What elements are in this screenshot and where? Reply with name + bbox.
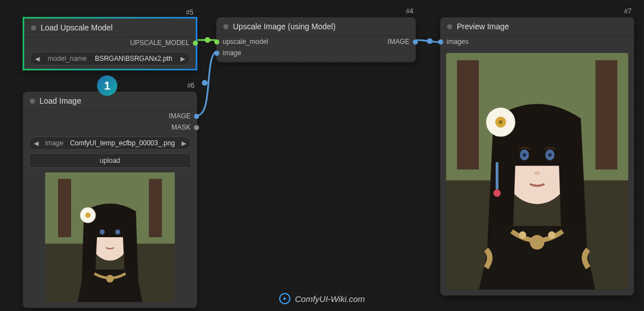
svg-point-9: [106, 275, 114, 283]
port-label: UPSCALE_MODEL: [130, 39, 189, 47]
port-dot-icon[interactable]: [214, 51, 219, 56]
svg-rect-3: [149, 179, 162, 238]
svg-point-26: [493, 189, 501, 197]
svg-point-22: [535, 171, 540, 175]
node-id-label: #4: [406, 7, 413, 15]
link-midpoint-icon: [205, 37, 210, 43]
watermark-logo-icon: ✦: [279, 293, 290, 304]
node-title: Load Image: [39, 96, 81, 105]
output-port-upscale-model[interactable]: UPSCALE_MODEL: [24, 37, 196, 48]
port-label: IMAGE: [169, 112, 191, 120]
port-dot-icon[interactable]: [214, 39, 219, 45]
portrait-preview-icon: [446, 53, 628, 290]
link-midpoint-icon: [427, 38, 433, 44]
node-title: Upscale Image (using Model): [233, 22, 336, 31]
svg-rect-13: [596, 60, 617, 170]
node-id-label: #5: [186, 8, 193, 16]
svg-point-17: [499, 121, 502, 124]
widget-image-file[interactable]: ◀ image ComfyUI_temp_ecfbp_00003_.png ▶: [29, 136, 191, 150]
chevron-left-icon[interactable]: ◀: [35, 55, 39, 63]
output-port-image[interactable]: IMAGE: [23, 110, 197, 122]
node-id-label: #6: [187, 82, 195, 90]
collapse-icon[interactable]: [223, 24, 228, 29]
node-preview-image[interactable]: #7 Preview Image images: [440, 17, 634, 296]
port-label: images: [447, 38, 469, 46]
image-thumbnail: [29, 172, 191, 302]
widget-label: model_name: [47, 55, 86, 63]
widget-value: BSRGAN\BSRGANx2.pth: [95, 55, 172, 63]
link-midpoint-icon: [202, 80, 208, 86]
port-dot-icon[interactable]: [193, 41, 198, 46]
watermark-text: ComfyUI-Wiki.com: [295, 294, 365, 304]
port-dot-icon[interactable]: [413, 39, 418, 45]
svg-point-23: [530, 235, 545, 250]
port-label: MASK: [171, 123, 191, 131]
node-load-image[interactable]: #6 Load Image IMAGE MASK ◀ image ComfyUI…: [23, 91, 197, 308]
input-port-images[interactable]: images: [440, 36, 634, 47]
output-port-mask[interactable]: MASK: [23, 122, 197, 133]
port-dot-icon[interactable]: [194, 114, 199, 119]
node-upscale-image[interactable]: #4 Upscale Image (using Model) upscale_m…: [216, 17, 416, 63]
input-port-upscale-model[interactable]: upscale_model: [217, 36, 382, 47]
chevron-right-icon[interactable]: ▶: [182, 140, 186, 147]
output-port-image[interactable]: IMAGE: [382, 36, 416, 47]
collapse-icon[interactable]: [30, 99, 35, 104]
port-label: IMAGE: [387, 38, 409, 46]
port-dot-icon[interactable]: [438, 39, 443, 45]
node-header[interactable]: Load Upscale Model: [24, 19, 196, 37]
node-title: Load Upscale Model: [41, 23, 113, 32]
chevron-right-icon[interactable]: ▶: [180, 55, 185, 63]
svg-point-20: [523, 153, 526, 157]
svg-point-7: [100, 229, 105, 234]
node-header[interactable]: Preview Image: [440, 17, 634, 36]
widget-model-name[interactable]: ◀ model_name BSRGAN\BSRGANx2.pth ▶: [30, 52, 190, 65]
port-label: upscale_model: [223, 38, 268, 46]
svg-point-24: [519, 232, 526, 239]
input-port-image[interactable]: image: [217, 47, 382, 59]
annotation-badge-1: 1: [97, 75, 117, 96]
widget-value: ComfyUI_temp_ecfbp_00003_.png: [70, 139, 175, 147]
node-id-label: #7: [624, 7, 632, 15]
chevron-left-icon[interactable]: ◀: [34, 140, 38, 147]
node-load-upscale-model[interactable]: #5 Load Upscale Model UPSCALE_MODEL ◀ mo…: [23, 17, 197, 70]
port-dot-icon[interactable]: [194, 125, 199, 130]
svg-point-8: [115, 229, 120, 234]
svg-point-21: [548, 153, 552, 157]
port-label: image: [223, 49, 241, 57]
svg-rect-2: [58, 179, 71, 238]
node-title: Preview Image: [457, 22, 509, 31]
portrait-thumbnail-icon: [45, 172, 175, 302]
node-header[interactable]: Upscale Image (using Model): [217, 17, 416, 36]
upload-button[interactable]: upload: [29, 153, 191, 168]
preview-image-output: [446, 53, 628, 290]
svg-rect-12: [457, 60, 479, 170]
watermark: ✦ ComfyUI-Wiki.com: [279, 293, 365, 304]
svg-point-25: [548, 232, 555, 239]
widget-label: image: [45, 139, 64, 147]
svg-point-6: [85, 212, 90, 217]
collapse-icon[interactable]: [447, 24, 452, 29]
collapse-icon[interactable]: [31, 25, 36, 30]
